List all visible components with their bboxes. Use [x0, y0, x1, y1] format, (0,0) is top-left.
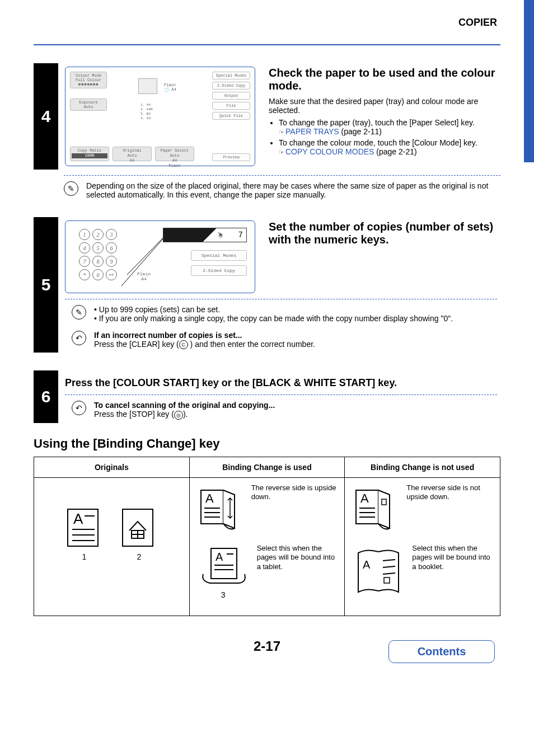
two-sided-button[interactable]: 2-Sided Copy — [191, 265, 247, 276]
step-5: 5 1 2 3 4 5 6 7 8 9 * 0 — [34, 217, 500, 353]
p5-plain: Plain — [137, 271, 151, 276]
cancel6-pre: Press the [STOP] key ( — [94, 410, 174, 419]
step-number: 4 — [41, 107, 51, 126]
original-page-a-icon: A — [64, 506, 104, 551]
cancel-pre: Press the [CLEAR] key ( — [94, 340, 179, 349]
dashed-divider — [65, 299, 497, 299]
key-star[interactable]: * — [79, 269, 90, 280]
paper-select-button[interactable]: Paper Select Auto A4 Plain — [155, 147, 194, 161]
step4-bullet-1-text: To change the paper (tray), touch the [P… — [279, 118, 475, 127]
center-a4: A4 — [171, 87, 176, 92]
key-8[interactable]: 8 — [92, 256, 104, 267]
link1-suffix: (page 2-11) — [339, 127, 382, 136]
svg-rect-8 — [123, 509, 153, 546]
notused-b-text: Select this when the pages will be bound… — [412, 544, 494, 572]
paper-select-auto: Auto — [157, 153, 193, 158]
key-6[interactable]: 6 — [106, 242, 117, 253]
used-a-text: The reverse side is upside down. — [251, 483, 339, 503]
step6-cancel-heading: To cancel scanning of the original and c… — [94, 401, 497, 410]
step-6: 6 Press the [COLOUR START] key or the [B… — [34, 370, 500, 422]
orig-label-2: 2 — [119, 552, 158, 561]
original-button[interactable]: Original Auto A4 — [113, 147, 152, 161]
step-number-col: 5 — [34, 217, 58, 353]
undo-icon: ↶ — [72, 401, 86, 415]
colour-mode-button[interactable]: Colour Mode Full Colour ■■■■■■■ — [70, 72, 107, 88]
notused-a-text: The reverse side is not upside down. — [406, 483, 494, 503]
special-modes-button[interactable]: Special Modes — [212, 72, 250, 79]
cancel6-post: ). — [183, 410, 188, 419]
key-3[interactable]: 3 — [106, 229, 117, 240]
binding-heading: Using the [Binding Change] key — [34, 436, 500, 451]
col-originals: Originals — [34, 457, 190, 477]
tray-list: 1. A4 2. A4R 3. B4 4. A3 — [140, 103, 153, 121]
key-hash[interactable]: #/P — [106, 269, 117, 280]
copy-count-value: 7 — [238, 231, 243, 240]
copier-panel-step4: Colour Mode Full Colour ■■■■■■■ Exposure… — [65, 67, 255, 166]
printer-icon — [138, 78, 157, 94]
step-number-col: 6 — [34, 370, 58, 422]
preview-button[interactable]: Preview — [212, 153, 250, 161]
exposure-button[interactable]: Exposure Auto — [70, 98, 107, 111]
tray-4: 4. A3 — [140, 116, 153, 121]
key-9[interactable]: 9 — [106, 256, 117, 267]
step4-note: Depending on the size of the placed orig… — [86, 181, 500, 199]
used-b-text: Select this when the pages will be bound… — [257, 544, 339, 572]
contents-button[interactable]: Contents — [388, 640, 495, 663]
clear-key-icon: C — [179, 340, 188, 349]
link2-suffix: (page 2-21) — [374, 147, 416, 156]
center-plain: Plain — [164, 83, 176, 87]
exposure-label: Exposure — [72, 100, 105, 105]
stop-key-icon: ◎ — [174, 411, 183, 420]
cancel-post: ) and then enter the correct number. — [188, 340, 315, 349]
svg-text:A: A — [216, 551, 223, 563]
quick-file-button[interactable]: Quick File — [212, 112, 250, 120]
undo-icon: ↶ — [72, 331, 86, 345]
numeric-keypad: 1 2 3 4 5 6 7 8 9 * 0 #/P — [79, 229, 117, 280]
two-sided-button[interactable]: 2-Sided Copy — [212, 82, 250, 90]
paper-select-label: Paper Select — [157, 148, 193, 153]
copy-ratio-value: 100% — [72, 153, 107, 158]
side-tab — [524, 0, 534, 162]
paper-select-a4: A4 — [157, 158, 193, 163]
step-number-col: 4 — [34, 63, 58, 170]
paper-trays-link[interactable]: PAPER TRAYS — [285, 127, 339, 136]
step6-title: Press the [COLOUR START] key or the [BLA… — [65, 377, 497, 389]
step6-cancel-row: ↶ To cancel scanning of the original and… — [72, 401, 497, 419]
tray-3: 3. B4 — [140, 112, 153, 116]
originals-diagram: A 1 — [40, 506, 184, 561]
key-0[interactable]: 0 — [92, 269, 104, 280]
step5-note-a-text: Up to 999 copies (sets) can be set. — [99, 305, 220, 314]
key-2[interactable]: 2 — [92, 229, 104, 240]
used-b-num: 3 — [195, 590, 251, 599]
output-button[interactable]: Output — [212, 92, 250, 100]
binding-used-upside-icon: A — [195, 483, 246, 534]
header-rule — [34, 44, 500, 45]
copy-ratio-button[interactable]: Copy Ratio 100% — [70, 147, 109, 161]
copier-panel-step5: 1 2 3 4 5 6 7 8 9 * 0 #/P — [65, 220, 255, 293]
tray-1: 1. A4 — [140, 103, 153, 107]
original-label: Original — [114, 148, 150, 153]
pointing-hand-icon: ☞ — [279, 149, 284, 156]
step5-note-b-text: If you are only making a single copy, th… — [99, 314, 453, 323]
key-7[interactable]: 7 — [79, 256, 90, 267]
svg-text:A: A — [73, 510, 83, 527]
binding-notused-upright-icon: A — [350, 483, 401, 534]
step5-title: Set the number of copies (number of sets… — [269, 220, 497, 246]
svg-rect-16 — [211, 548, 237, 579]
step6-cancel-text: Press the [STOP] key (◎). — [94, 410, 497, 419]
special-modes-button[interactable]: Special Modes — [191, 250, 247, 261]
step4-bullet-1: To change the paper (tray), touch the [P… — [279, 118, 497, 136]
key-5[interactable]: 5 — [92, 242, 104, 253]
section-header: COPIER — [34, 17, 497, 29]
svg-text:A: A — [360, 491, 369, 505]
step5-cancel-row: ↶ If an incorrect number of copies is se… — [72, 331, 497, 349]
step5-cancel-text: Press the [CLEAR] key (C ) and then ente… — [94, 340, 497, 349]
key-1[interactable]: 1 — [79, 229, 90, 240]
colour-modes-link[interactable]: COPY COLOUR MODES — [285, 147, 374, 156]
original-auto: Auto — [114, 153, 150, 158]
file-button[interactable]: File — [212, 102, 250, 110]
key-4[interactable]: 4 — [79, 242, 90, 253]
dashed-divider — [65, 395, 497, 395]
step-number: 6 — [41, 387, 51, 406]
step4-bullet-2-text: To change the colour mode, touch the [Co… — [279, 138, 477, 147]
